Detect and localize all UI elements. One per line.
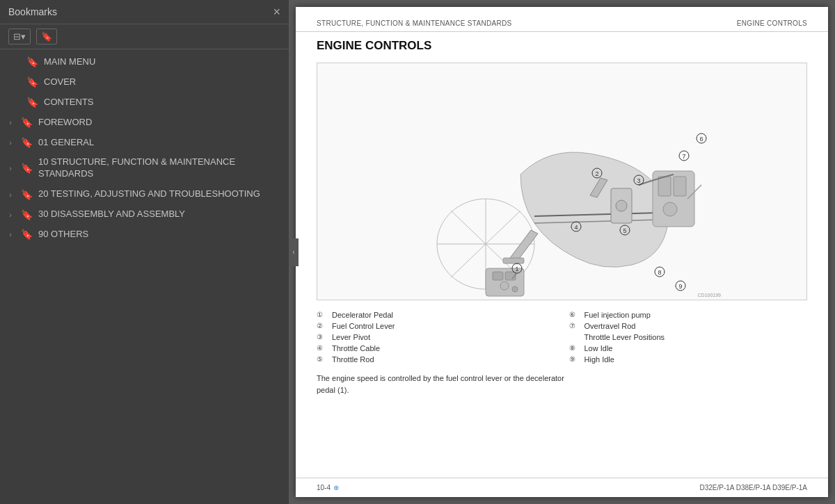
- bookmark-icon: 🔖: [21, 189, 33, 200]
- legend-num: ⑦: [569, 322, 582, 330]
- svg-rect-13: [658, 177, 671, 196]
- legend-text: Overtravel Rod: [584, 322, 636, 330]
- bookmark-item-cover[interactable]: 🔖 COVER: [0, 72, 289, 92]
- page-footer: 10-4 ⊕ D32E/P-1A D38E/P-1A D39E/P-1A: [296, 478, 828, 497]
- chevron-right-icon: ›: [6, 190, 15, 199]
- legend-text: Low Idle: [584, 344, 613, 352]
- legend-num: ⑧: [569, 344, 582, 352]
- description-text: The engine speed is controlled by the fu…: [317, 373, 581, 396]
- diagram-container: 1 2 3 4 5 6: [317, 63, 807, 300]
- bookmarks-toolbar: ⊟▾ 🔖: [0, 24, 289, 49]
- close-button[interactable]: ×: [273, 6, 280, 18]
- chevron-right-icon: ›: [6, 118, 15, 127]
- bookmarks-list: 🔖 MAIN MENU 🔖 COVER 🔖 CONTENTS › 🔖 FOREW…: [0, 49, 289, 504]
- svg-text:8: 8: [658, 269, 661, 276]
- legend-text: Fuel Control Lever: [332, 322, 395, 330]
- bookmark-item-20-testing[interactable]: › 🔖 20 TESTING, ADJUSTING AND TROUBLESHO…: [0, 184, 289, 204]
- svg-text:4: 4: [574, 224, 578, 231]
- footer-page-number: 10-4 ⊕: [317, 484, 339, 491]
- legend-item-2: ② Fuel Control Lever: [317, 321, 555, 331]
- page-header: STRUCTURE, FUNCTION & MAINTENANCE STANDA…: [296, 7, 828, 32]
- legend-num: ⑨: [569, 355, 582, 363]
- bookmark-icon: 🔖: [21, 209, 33, 220]
- svg-rect-7: [505, 272, 516, 280]
- legend-text: Throttle Lever Positions: [584, 333, 665, 341]
- page-view: STRUCTURE, FUNCTION & MAINTENANCE STANDA…: [296, 7, 828, 497]
- legend-num: ⑥: [569, 311, 582, 318]
- main-title: ENGINE CONTROLS: [317, 39, 807, 53]
- bookmark-label-90-others: 90 OTHERS: [38, 229, 282, 241]
- svg-text:2: 2: [595, 170, 598, 177]
- bookmark-add-button[interactable]: 🔖: [36, 29, 57, 44]
- legend-item-3: ③ Lever Pivot: [317, 332, 555, 342]
- bookmark-item-contents[interactable]: 🔖 CONTENTS: [0, 92, 289, 113]
- page-content: ENGINE CONTROLS: [296, 32, 828, 478]
- legend-item-7: ⑦ Overtravel Rod: [569, 321, 808, 331]
- sidebar: Bookmarks × ⊟▾ 🔖 🔖 MAIN MENU 🔖 COVER 🔖 C…: [0, 0, 289, 504]
- bookmark-label-10-structure: 10 STRUCTURE, FUNCTION & MAINTENANCE STA…: [38, 156, 282, 180]
- legend-num: ⑤: [317, 355, 329, 363]
- bookmark-item-90-others[interactable]: › 🔖 90 OTHERS: [0, 225, 289, 245]
- svg-text:CD100199: CD100199: [697, 293, 721, 298]
- svg-text:5: 5: [623, 227, 626, 234]
- svg-point-11: [616, 200, 627, 211]
- legend-item-5: ⑤ Throttle Rod: [317, 355, 555, 364]
- svg-point-9: [512, 286, 518, 292]
- bookmark-icon: 🔖: [21, 163, 33, 174]
- legend-text: Lever Pivot: [332, 333, 370, 341]
- page-link-icon[interactable]: ⊕: [333, 484, 339, 491]
- bookmark-item-foreword[interactable]: › 🔖 FOREWORD: [0, 113, 289, 133]
- legend-item-throttle-positions: Throttle Lever Positions: [569, 332, 808, 342]
- bookmarks-title: Bookmarks: [8, 6, 57, 17]
- bookmark-item-30-disassembly[interactable]: › 🔖 30 DISASSEMBLY AND ASSEMBLY: [0, 204, 289, 225]
- legend-item-1: ① Decelerator Pedal: [317, 310, 555, 320]
- legend-text: High Idle: [584, 355, 614, 364]
- bookmark-icon: 🔖: [21, 117, 33, 128]
- bookmark-label-01-general: 01 GENERAL: [38, 137, 282, 149]
- main-content: STRUCTURE, FUNCTION & MAINTENANCE STANDA…: [289, 0, 835, 504]
- legend-item-6: ⑥ Fuel injection pump: [569, 310, 808, 320]
- svg-point-8: [500, 282, 509, 290]
- legend-item-8: ⑧ Low Idle: [569, 343, 808, 353]
- svg-text:7: 7: [682, 153, 685, 160]
- bookmark-label-30-disassembly: 30 DISASSEMBLY AND ASSEMBLY: [38, 209, 282, 220]
- svg-text:1: 1: [515, 266, 518, 273]
- bookmark-icon: 🔖: [26, 97, 38, 108]
- legend-section: ① Decelerator Pedal ⑥ Fuel injection pum…: [317, 310, 807, 364]
- chevron-right-icon: ›: [6, 164, 15, 172]
- svg-text:9: 9: [678, 283, 682, 290]
- bookmark-label-cover: COVER: [44, 76, 282, 88]
- bookmark-icon: 🔖: [26, 56, 38, 67]
- legend-num: ①: [317, 311, 329, 318]
- page-header-left: STRUCTURE, FUNCTION & MAINTENANCE STANDA…: [317, 19, 512, 27]
- legend-num: ③: [317, 333, 329, 341]
- bookmark-label-contents: CONTENTS: [44, 97, 282, 108]
- bookmark-icon: 🔖: [26, 76, 38, 88]
- legend-num: ④: [317, 344, 329, 352]
- svg-point-15: [663, 202, 677, 216]
- engine-diagram: 1 2 3 4 5 6: [395, 63, 729, 300]
- svg-rect-6: [493, 272, 503, 280]
- legend-text: Throttle Rod: [332, 355, 374, 364]
- bookmark-icon: 🔖: [21, 229, 33, 240]
- bookmark-icon: 🔖: [21, 137, 33, 148]
- chevron-right-icon: ›: [6, 211, 15, 219]
- page-header-right: ENGINE CONTROLS: [737, 19, 807, 27]
- expand-all-button[interactable]: ⊟▾: [8, 29, 31, 44]
- svg-text:3: 3: [637, 177, 640, 184]
- collapse-sidebar-button[interactable]: ‹: [289, 238, 299, 266]
- chevron-right-icon: ›: [6, 138, 15, 147]
- page-num-text: 10-4: [317, 484, 331, 491]
- bookmark-item-01-general[interactable]: › 🔖 01 GENERAL: [0, 133, 289, 153]
- legend-text: Decelerator Pedal: [332, 311, 393, 319]
- legend-item-4: ④ Throttle Cable: [317, 343, 555, 353]
- bookmarks-header: Bookmarks ×: [0, 0, 289, 24]
- bookmark-item-main-menu[interactable]: 🔖 MAIN MENU: [0, 52, 289, 72]
- legend-text: Throttle Cable: [332, 344, 380, 352]
- bookmark-label-20-testing: 20 TESTING, ADJUSTING AND TROUBLESHOOTIN…: [38, 188, 282, 200]
- chevron-right-icon: ›: [6, 230, 15, 238]
- legend-text: Fuel injection pump: [584, 311, 651, 319]
- svg-rect-17: [503, 258, 524, 263]
- bookmark-item-10-structure[interactable]: › 🔖 10 STRUCTURE, FUNCTION & MAINTENANCE…: [0, 152, 289, 184]
- svg-text:6: 6: [699, 136, 703, 143]
